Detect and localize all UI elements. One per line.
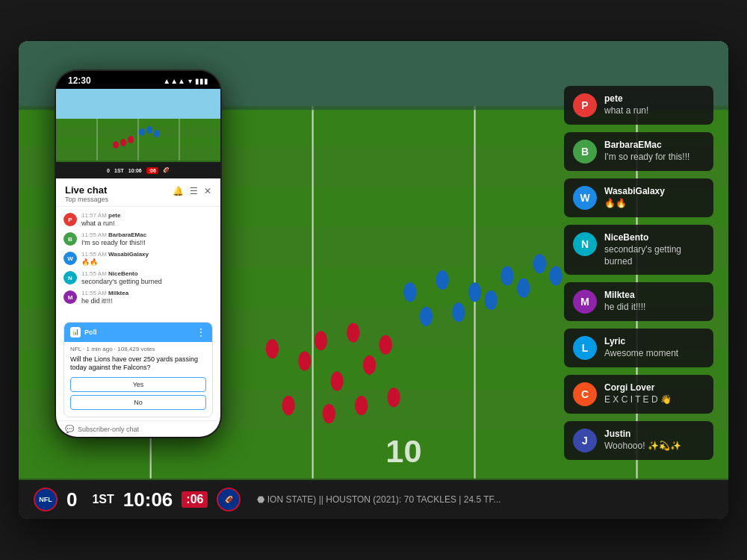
phone-msg-text: 🔥🔥 bbox=[81, 258, 213, 266]
poll-label: Poll bbox=[84, 329, 97, 336]
phone-nfl: 🏈 bbox=[163, 167, 170, 173]
phone-quarter: 1ST bbox=[114, 168, 124, 173]
chat-header-row: Live chat Top messages 🔔 ☰ ✕ bbox=[65, 184, 211, 203]
footer-text: Subscriber-only chat bbox=[78, 426, 139, 433]
svg-point-29 bbox=[420, 307, 433, 326]
svg-point-44 bbox=[113, 141, 119, 149]
poll-header-left: 📊 Poll bbox=[70, 327, 97, 337]
svg-point-42 bbox=[120, 139, 126, 146]
tv-chat-content: Justin Woohooo! ✨💫✨ bbox=[604, 429, 704, 452]
svg-rect-35 bbox=[56, 89, 220, 119]
phone-msg-text: I'm so ready for this!!! bbox=[81, 239, 213, 246]
scene-container: 10 bbox=[19, 41, 728, 519]
tv-avatar: W bbox=[573, 186, 597, 210]
poll-question: Will the Lions have over 250 yards passi… bbox=[70, 355, 206, 373]
svg-point-31 bbox=[485, 290, 498, 310]
tv-chat-name: WasabiGalaxy bbox=[604, 186, 704, 196]
close-icon[interactable]: ✕ bbox=[204, 186, 211, 196]
phone-msg-item: B 11:55 AM BarbaraEMac I'm so ready for … bbox=[56, 229, 220, 249]
tv-chat-item: W WasabiGalaxy 🔥🔥 bbox=[564, 178, 713, 217]
svg-point-45 bbox=[139, 128, 145, 136]
svg-point-30 bbox=[452, 302, 465, 322]
svg-point-17 bbox=[314, 331, 327, 350]
tv-avatar: P bbox=[573, 93, 597, 117]
svg-point-15 bbox=[363, 355, 376, 375]
battery-icon: ▮▮▮ bbox=[195, 77, 208, 85]
phone-msg-meta: 11:55 AM NiceBento bbox=[81, 270, 213, 277]
score-value: 0 bbox=[66, 488, 77, 511]
phone-msg-item: W 11:55 AM WasabiGalaxy 🔥🔥 bbox=[56, 249, 220, 268]
play-clock: :06 bbox=[182, 491, 208, 508]
menu-icon[interactable]: ☰ bbox=[190, 186, 198, 196]
game-clock: 10:06 bbox=[123, 488, 173, 511]
svg-point-28 bbox=[533, 254, 546, 273]
chat-title: Live chat bbox=[65, 184, 108, 196]
phone-play-clock: :06 bbox=[146, 167, 158, 174]
tv-chat-item: N NiceBento secondary's getting burned bbox=[564, 225, 713, 275]
tv-chat-item: B BarbaraEMac I'm so ready for this!!! bbox=[564, 132, 713, 171]
tv-chat-message: E X C I T E D 👋 bbox=[604, 394, 704, 406]
svg-point-22 bbox=[387, 388, 400, 407]
tv-avatar: L bbox=[573, 336, 597, 360]
tv-avatar: M bbox=[573, 290, 597, 314]
phone-msg-content: 11:55 AM NiceBento secondary's getting b… bbox=[81, 270, 213, 285]
tv-avatar: N bbox=[573, 232, 597, 256]
phone-msg-item: M 11:55 AM Milktea he did it!!!! bbox=[56, 287, 220, 307]
phone-game-view: 0 1ST 10:06 :06 🏈 bbox=[56, 89, 220, 178]
svg-text:10: 10 bbox=[385, 433, 421, 469]
svg-point-27 bbox=[500, 267, 513, 286]
tv-chat-content: NiceBento secondary's getting burned bbox=[604, 232, 704, 267]
chat-subtitle: Top messages bbox=[65, 196, 108, 203]
phone-msg-text: he did it!!!! bbox=[81, 297, 213, 305]
notification-icon[interactable]: 🔔 bbox=[173, 186, 184, 196]
phone-avatar: B bbox=[63, 232, 77, 246]
svg-point-33 bbox=[549, 267, 562, 286]
tv-chat-item: L Lyric Awesome moment bbox=[564, 329, 713, 367]
tv-chat-message: what a run! bbox=[604, 105, 704, 117]
svg-point-16 bbox=[266, 339, 279, 358]
svg-point-46 bbox=[146, 126, 152, 134]
phone-msg-content: 11:57 AM pete what a run! bbox=[81, 212, 213, 227]
tv-chat-name: Justin bbox=[604, 429, 704, 439]
tv-chat-name: Milktea bbox=[604, 290, 704, 300]
tv-chat-item: P pete what a run! bbox=[564, 86, 713, 125]
tv-chat-message: I'm so ready for this!!! bbox=[604, 152, 704, 164]
svg-point-14 bbox=[298, 351, 311, 370]
phone-avatar: M bbox=[63, 290, 77, 304]
phone-clock: 10:06 bbox=[128, 168, 142, 173]
phone-msg-content: 11:55 AM Milktea he did it!!!! bbox=[81, 290, 213, 305]
phone-footer: 💬 Subscriber-only chat bbox=[56, 420, 220, 437]
tv-chat-name: Corgi Lover bbox=[604, 382, 704, 393]
svg-point-47 bbox=[154, 130, 160, 137]
tv-chat-content: Lyric Awesome moment bbox=[604, 336, 704, 360]
tv-chat-message: Awesome moment bbox=[604, 348, 704, 360]
tv-chat-content: BarbaraEMac I'm so ready for this!!! bbox=[604, 140, 704, 164]
poll-body: NFL · 1 min ago · 108,429 votes Will the… bbox=[64, 342, 212, 417]
chat-header-actions: 🔔 ☰ ✕ bbox=[173, 184, 211, 196]
poll-source: NFL · 1 min ago · 108,429 votes bbox=[70, 346, 206, 352]
svg-point-43 bbox=[128, 136, 134, 143]
chat-title-block: Live chat Top messages bbox=[65, 184, 108, 203]
tv-chat-message: secondary's getting burned bbox=[604, 244, 704, 267]
svg-point-21 bbox=[323, 404, 335, 423]
tv-chat-item: M Milktea he did it!!!! bbox=[564, 282, 713, 321]
poll-option-no[interactable]: No bbox=[70, 395, 206, 410]
poll-option-yes[interactable]: Yes bbox=[70, 377, 206, 392]
signal-icon: ▲▲▲ bbox=[163, 77, 185, 85]
tv-chat-content: Milktea he did it!!!! bbox=[604, 290, 704, 314]
phone-msg-content: 11:55 AM WasabiGalaxy 🔥🔥 bbox=[81, 251, 213, 266]
scorebar: NFL 0 1ST 10:06 :06 🏈 ⬣ ION STATE) || HO… bbox=[19, 480, 728, 519]
phone-status-bar: 12:30 ▲▲▲ ▾ ▮▮▮ bbox=[56, 71, 220, 89]
tv-avatar: J bbox=[573, 429, 597, 452]
phone-msg-meta: 11:55 AM Milktea bbox=[81, 290, 213, 296]
quarter-label: 1ST bbox=[92, 493, 114, 506]
phone-msg-content: 11:55 AM BarbaraEMac I'm so ready for th… bbox=[81, 231, 213, 246]
tv-chat-name: BarbaraEMac bbox=[604, 140, 704, 150]
phone-avatar: P bbox=[63, 213, 77, 226]
svg-point-25 bbox=[436, 270, 449, 290]
tv-chat-name: NiceBento bbox=[604, 232, 704, 243]
phone-chat-header: Live chat Top messages 🔔 ☰ ✕ bbox=[56, 178, 220, 207]
phone-msg-item: P 11:57 AM pete what a run! bbox=[56, 210, 220, 229]
phone-score: 0 bbox=[107, 168, 110, 173]
poll-more-icon[interactable]: ⋮ bbox=[196, 326, 206, 338]
